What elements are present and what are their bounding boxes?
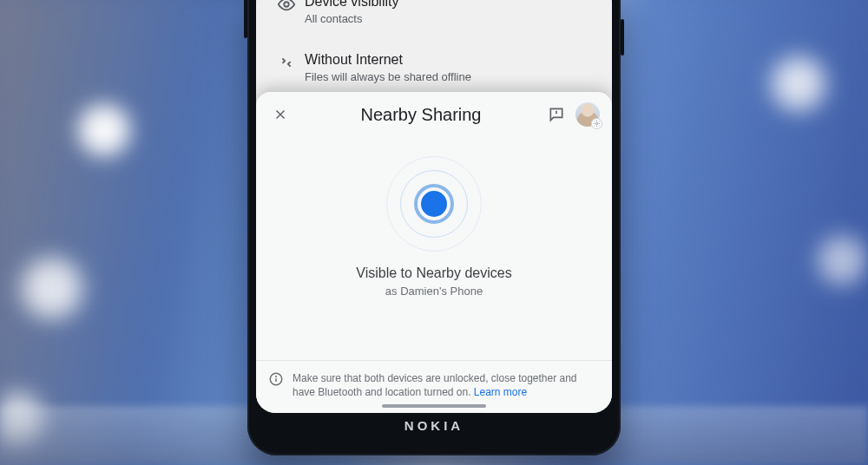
phone-side-button-left [244,0,247,38]
status-line1: Visible to Nearby devices [273,265,595,281]
visibility-status: Visible to Nearby devices as Damien's Ph… [256,257,612,298]
setting-title: Device visibility [305,0,398,10]
radar-dot-icon [421,191,447,217]
setting-row-without-internet[interactable]: Without Internet Files will always be sh… [256,39,612,97]
info-icon [268,371,284,399]
status-line2: as Damien's Phone [273,285,595,298]
setting-subtitle: Files will always be shared offline [305,70,471,83]
svg-point-3 [276,377,277,377]
close-icon[interactable] [268,102,293,127]
learn-more-link[interactable]: Learn more [474,386,527,398]
sheet-title: Nearby Sharing [305,105,537,125]
offline-icon [268,51,305,72]
setting-title: Without Internet [305,51,471,69]
hint-text-wrap: Make sure that both devices are unlocked… [293,371,600,399]
svg-point-1 [595,122,597,124]
setting-row-device-visibility[interactable]: Device visibility All contacts [256,0,612,39]
nearby-sharing-sheet: Nearby Sharing [256,92,612,413]
phone-screen: Device visibility All contacts Without I… [256,0,612,413]
feedback-icon[interactable] [544,102,569,127]
radar-animation [256,134,612,257]
gear-icon [591,118,602,129]
svg-point-0 [284,2,289,7]
phone-side-button-right [621,19,624,56]
eye-icon [268,0,305,14]
sheet-header: Nearby Sharing [256,92,612,134]
profile-avatar[interactable] [575,102,600,127]
phone-brand-label: NOKIA [256,418,612,433]
gesture-nav-pill[interactable] [382,404,486,408]
hint-text: Make sure that both devices are unlocked… [293,372,577,398]
phone-frame: Device visibility All contacts Without I… [247,0,621,455]
setting-subtitle: All contacts [305,12,398,25]
